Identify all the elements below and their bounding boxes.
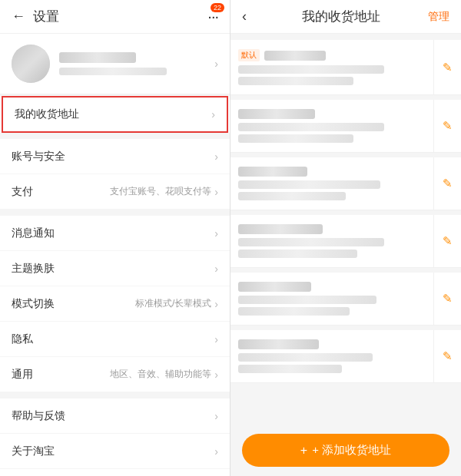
address-content-2 [230, 100, 433, 152]
edit-address-3-button[interactable] [433, 157, 461, 210]
edit-pencil-icon [443, 119, 453, 133]
edit-address-4-button[interactable] [433, 215, 461, 267]
menu-item-theme[interactable]: 主题换肤 › [0, 251, 230, 286]
left-panel: ← 设置 ··· 22 › 我的收货地址 › 账号与安全 › [0, 0, 230, 476]
avatar [12, 45, 50, 83]
user-info [59, 52, 214, 75]
menu-item-address[interactable]: 我的收货地址 › [2, 96, 228, 133]
menu-item-about[interactable]: 关于淘宝 › [0, 434, 230, 469]
menu-item-account-label: 账号与安全 [12, 150, 214, 164]
menu-chevron-icon: › [214, 333, 218, 345]
edit-pencil-icon [443, 349, 453, 363]
menu-item-mode-sub: 标准模式/长辈模式 [135, 297, 211, 310]
edit-pencil-icon [443, 61, 453, 74]
menu-list: 我的收货地址 › 账号与安全 › 支付 支付宝账号、花呗支付等 › 消息通知 › [0, 94, 230, 476]
edit-address-5-button[interactable] [433, 273, 461, 325]
menu-group-account: 账号与安全 › 支付 支付宝账号、花呗支付等 › [0, 139, 230, 210]
edit-pencil-icon [443, 177, 453, 190]
menu-chevron-icon: › [214, 263, 218, 275]
address-item-3 [230, 157, 461, 210]
address-item-4 [230, 215, 461, 268]
menu-group-prefs: 消息通知 › 主题换肤 › 模式切换 标准模式/长辈模式 › 隐私 › 通用 地… [0, 216, 230, 392]
address-content-1: 默认 [230, 40, 433, 94]
user-profile-section[interactable]: › [0, 34, 230, 94]
menu-item-payment-label: 支付 [12, 185, 110, 199]
menu-chevron-icon: › [214, 445, 218, 458]
address-content-3 [230, 157, 433, 210]
settings-title: 设置 [33, 8, 59, 25]
back-button[interactable]: ← [12, 8, 25, 25]
right-header: ‹ 我的收货地址 管理 [230, 0, 461, 34]
address-content-6 [230, 330, 433, 382]
address-item-5 [230, 273, 461, 326]
address-item-1: 默认 [230, 40, 461, 95]
menu-chevron-icon: › [214, 186, 218, 198]
menu-chevron-icon: › [214, 369, 218, 381]
address-page-title: 我的收货地址 [254, 8, 428, 25]
menu-group-misc: 帮助与反馈 › 关于淘宝 › 个人信息共享清单 › 个人信息收集清单 › 商家入… [0, 398, 230, 476]
menu-item-help[interactable]: 帮助与反馈 › [0, 398, 230, 434]
address-item-2 [230, 100, 461, 153]
menu-item-help-label: 帮助与反馈 [12, 409, 214, 423]
manage-button[interactable]: 管理 [428, 10, 449, 24]
menu-item-privacy[interactable]: 隐私 › [0, 322, 230, 357]
notification-area[interactable]: ··· 22 [207, 8, 218, 25]
address-content-4 [230, 215, 433, 267]
add-address-button[interactable]: + + 添加收货地址 [242, 434, 449, 467]
menu-group-address: 我的收货地址 › [0, 96, 230, 133]
add-address-label: + 添加收货地址 [312, 443, 391, 458]
edit-address-1-button[interactable] [433, 40, 461, 94]
edit-pencil-icon [443, 292, 453, 306]
right-back-button[interactable]: ‹ [242, 8, 247, 25]
menu-chevron-icon: › [214, 410, 218, 422]
user-sub-blur [59, 68, 167, 75]
menu-item-notification-label: 消息通知 [12, 226, 214, 240]
add-address-section: + + 添加收货地址 [230, 425, 461, 476]
address-content-5 [230, 273, 433, 325]
menu-item-payment[interactable]: 支付 支付宝账号、花呗支付等 › [0, 174, 230, 210]
menu-chevron-icon: › [214, 298, 218, 310]
notification-badge: 22 [211, 3, 224, 12]
menu-item-account[interactable]: 账号与安全 › [0, 139, 230, 174]
menu-item-mode-label: 模式切换 [12, 297, 135, 311]
menu-chevron-icon: › [214, 227, 218, 240]
edit-address-6-button[interactable] [433, 330, 461, 382]
default-tag: 默认 [238, 49, 260, 61]
menu-item-general[interactable]: 通用 地区、音效、辅助功能等 › [0, 357, 230, 392]
menu-item-payment-sub: 支付宝账号、花呗支付等 [110, 185, 211, 198]
left-header: ← 设置 ··· 22 [0, 0, 230, 34]
user-chevron-icon: › [214, 58, 218, 70]
edit-address-2-button[interactable] [433, 100, 461, 152]
edit-pencil-icon [443, 234, 453, 248]
menu-item-theme-label: 主题换肤 [12, 262, 214, 276]
address-list: 默认 [230, 34, 461, 425]
menu-chevron-icon: › [211, 108, 215, 121]
plus-icon: + [300, 444, 307, 458]
menu-item-general-sub: 地区、音效、辅助功能等 [110, 368, 211, 381]
menu-chevron-icon: › [214, 150, 218, 163]
menu-item-general-label: 通用 [12, 368, 110, 382]
menu-item-privacy-label: 隐私 [12, 332, 214, 346]
right-panel: ‹ 我的收货地址 管理 默认 [230, 0, 461, 476]
address-item-6 [230, 330, 461, 383]
menu-item-mode[interactable]: 模式切换 标准模式/长辈模式 › [0, 286, 230, 322]
menu-item-about-label: 关于淘宝 [12, 445, 214, 458]
menu-item-address-label: 我的收货地址 [15, 107, 211, 121]
menu-item-share-list[interactable]: 个人信息共享清单 › [0, 469, 230, 476]
user-name-blur [59, 52, 136, 63]
menu-item-notification[interactable]: 消息通知 › [0, 216, 230, 251]
